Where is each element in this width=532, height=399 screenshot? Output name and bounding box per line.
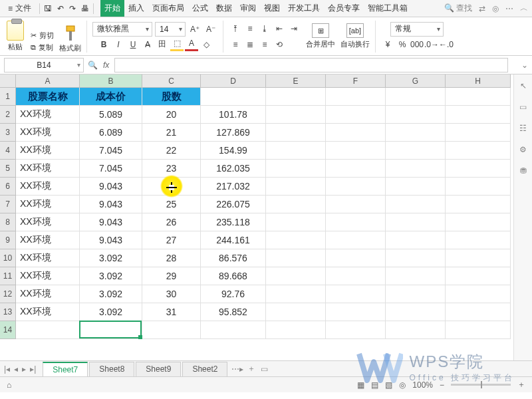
cell-D13[interactable]: 95.852 [201,303,266,321]
cell-H13[interactable] [446,303,511,321]
next-sheet-icon[interactable]: ▸ [22,364,26,374]
cell-F14[interactable] [326,321,386,339]
percent-icon[interactable]: % [396,38,409,51]
cell-D8[interactable]: 235.118 [201,213,266,231]
cell-D3[interactable]: 127.869 [201,124,266,142]
cell-C11[interactable]: 29 [142,267,201,285]
border-button[interactable]: 田 [156,38,169,51]
align-right-icon[interactable]: ≡ [258,38,271,51]
cell-B9[interactable]: 9.043 [80,231,142,249]
col-header-A[interactable]: A [16,74,80,88]
align-left-icon[interactable]: ≡ [229,38,242,51]
row-header-1[interactable]: 1 [0,88,16,106]
clear-format-button[interactable]: ◇ [200,38,213,51]
view-break-icon[interactable]: ▧ [385,380,392,390]
row-header-10[interactable]: 10 [0,249,16,267]
cell-H2[interactable] [446,106,511,124]
cell-A3[interactable]: XX环境 [16,124,80,142]
sheet-tab-Sheet8[interactable]: Sheet8 [89,362,134,376]
cell-D9[interactable]: 244.161 [201,231,266,249]
cell-E13[interactable] [266,303,326,321]
cursor-tool-icon[interactable]: ↖ [520,81,527,90]
cell-H10[interactable] [446,249,511,267]
collapse-ribbon-icon[interactable]: ︿ [520,3,528,14]
underline-button[interactable]: U [126,38,140,51]
cell-B13[interactable]: 3.092 [80,303,142,321]
font-color-button[interactable]: A [185,38,198,51]
cell-D12[interactable]: 92.76 [201,285,266,303]
backup-icon[interactable]: ⛃ [520,166,527,176]
zoom-in-icon[interactable]: ＋ [517,379,525,390]
strike-button[interactable]: A̶ [141,38,154,51]
cell-F10[interactable] [326,249,386,267]
row-header-13[interactable]: 13 [0,303,16,321]
cell-B5[interactable]: 7.045 [80,160,142,178]
settings-icon[interactable]: ⚙ [519,145,527,154]
cell-G1[interactable] [386,88,446,106]
cell-B2[interactable]: 5.089 [80,106,142,124]
cell-B12[interactable]: 3.092 [80,285,142,303]
cell-G14[interactable] [386,321,446,339]
tab-公式[interactable]: 公式 [188,0,212,17]
cell-C14[interactable] [142,321,201,339]
redo-icon[interactable]: ↷ [69,4,76,13]
cell-B8[interactable]: 9.043 [80,213,142,231]
align-middle-icon[interactable]: ≡ [243,22,257,35]
cell-B3[interactable]: 6.089 [80,124,142,142]
cell-F7[interactable] [326,196,386,213]
copy-button[interactable]: ⧉复制 [29,42,55,53]
cell-F12[interactable] [326,285,386,303]
cell-E4[interactable] [266,142,326,160]
row-header-8[interactable]: 8 [0,213,16,231]
cell-E8[interactable] [266,213,326,231]
cell-H12[interactable] [446,285,511,303]
cell-B1[interactable]: 成本价 [80,88,142,106]
view-normal-icon[interactable]: ▦ [357,380,364,390]
sheet-list-icon[interactable]: ▭ [261,364,268,374]
decrease-font-icon[interactable]: A⁻ [204,23,217,36]
indent-right-icon[interactable]: ⇥ [287,22,301,35]
cell-A9[interactable]: XX环境 [16,231,80,249]
increase-font-icon[interactable]: A⁺ [188,23,201,36]
cell-F2[interactable] [326,106,386,124]
row-header-6[interactable]: 6 [0,178,16,196]
formula-input[interactable] [114,58,508,72]
cell-A7[interactable]: XX环境 [16,196,80,213]
cells[interactable]: 股票名称成本价股数XX环境5.08920101.78XX环境6.08921127… [16,88,513,339]
cell-A5[interactable]: XX环境 [16,160,80,178]
cell-C3[interactable]: 21 [142,124,201,142]
row-header-14[interactable]: 14 [0,321,16,339]
cell-C5[interactable]: 23 [142,160,201,178]
cell-H7[interactable] [446,196,511,213]
row-header-9[interactable]: 9 [0,231,16,249]
cell-C1[interactable]: 股数 [142,88,201,106]
cell-A12[interactable]: XX环境 [16,285,80,303]
row-header-3[interactable]: 3 [0,124,16,142]
tab-开发工具[interactable]: 开发工具 [284,0,324,17]
cell-A8[interactable]: XX环境 [16,213,80,231]
col-header-D[interactable]: D [201,74,266,88]
col-header-B[interactable]: B [80,74,142,88]
currency-icon[interactable]: ¥ [381,38,394,51]
cell-A13[interactable]: XX环境 [16,303,80,321]
cell-A14[interactable] [16,321,80,339]
inc-decimal-icon[interactable]: .0→ [425,38,438,51]
wrap-button[interactable]: [ab] 自动换行 [340,23,370,49]
tab-视图[interactable]: 视图 [260,0,284,17]
cell-E5[interactable] [266,160,326,178]
cell-B7[interactable]: 9.043 [80,196,142,213]
cell-C12[interactable]: 30 [142,285,201,303]
properties-icon[interactable]: ☷ [519,124,527,133]
cell-G7[interactable] [386,196,446,213]
coop-icon[interactable]: ⇄ [479,4,485,13]
view-page-icon[interactable]: ▤ [371,380,378,390]
col-header-F[interactable]: F [326,74,386,88]
col-header-H[interactable]: H [446,74,511,88]
sheet-tab-Sheet2[interactable]: Sheet2 [182,362,227,376]
cell-G12[interactable] [386,285,446,303]
zoom-out-icon[interactable]: − [440,380,444,390]
fill-color-button[interactable]: ⬚ [170,38,184,51]
row-header-4[interactable]: 4 [0,142,16,160]
thousands-icon[interactable]: 000 [410,38,424,51]
cell-A10[interactable]: XX环境 [16,249,80,267]
